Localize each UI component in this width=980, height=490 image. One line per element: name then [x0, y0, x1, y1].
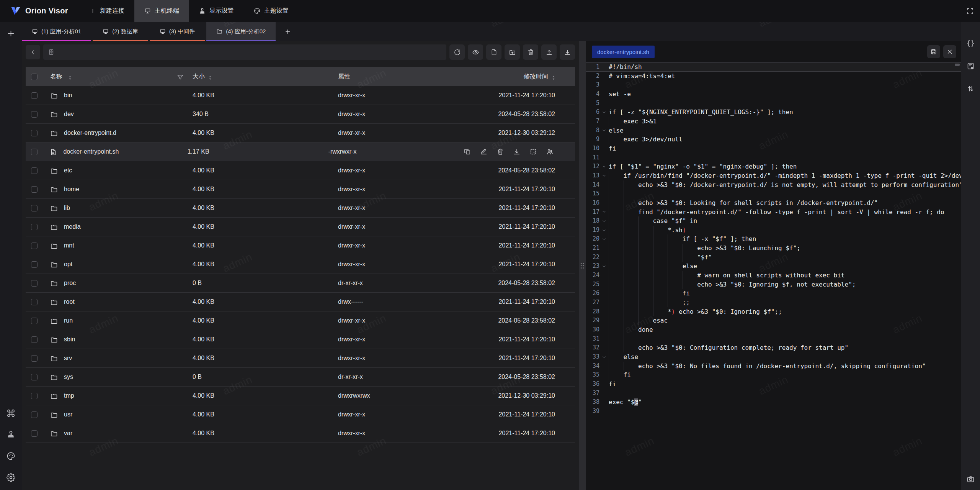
table-row-lib[interactable]: lib4.00 KBdrwxr-xr-x2021-11-24 17:20:10	[26, 199, 575, 218]
row-checkbox[interactable]	[31, 92, 38, 99]
nav-item-0[interactable]: 新建连接	[80, 0, 134, 22]
row-name-cell[interactable]: usr	[50, 411, 193, 418]
row-checkbox[interactable]	[31, 130, 38, 136]
gear-rail-button[interactable]	[5, 471, 18, 484]
row-name-cell[interactable]: tmp	[50, 392, 193, 399]
row-checkbox[interactable]	[31, 299, 38, 305]
fold-gutter[interactable]	[599, 108, 609, 117]
doc-bookmark-rail-button[interactable]	[967, 62, 975, 70]
table-row-sbin[interactable]: sbin4.00 KBdrwxr-xr-x2021-11-24 17:20:10	[26, 330, 575, 349]
row-checkbox[interactable]	[31, 167, 38, 174]
fold-gutter[interactable]	[599, 216, 609, 226]
row-name-cell[interactable]: sbin	[50, 336, 193, 343]
download-button[interactable]	[560, 44, 575, 60]
path-input[interactable]	[59, 49, 442, 56]
row-checkbox[interactable]	[31, 374, 38, 380]
editor-filename-chip[interactable]: docker-entrypoint.sh	[592, 46, 655, 58]
refresh-button[interactable]	[449, 44, 465, 60]
new-tab-button[interactable]	[277, 22, 298, 41]
tab-1[interactable]: (1) 应用-分析01	[22, 22, 91, 41]
row-name-cell[interactable]: dev	[50, 111, 193, 118]
row-checkbox[interactable]	[31, 149, 38, 155]
stamp-rail-button[interactable]	[5, 428, 18, 441]
row-name-cell[interactable]: etc	[50, 167, 193, 174]
row-name-cell[interactable]: proc	[50, 280, 193, 287]
row-checkbox[interactable]	[31, 261, 38, 268]
tab-3[interactable]: (3) 中间件	[150, 22, 205, 41]
fold-gutter[interactable]	[599, 208, 609, 217]
row-name-cell[interactable]: docker-entrypoint.sh	[49, 148, 187, 155]
sort-caret-icon[interactable]	[66, 74, 72, 79]
row-name-cell[interactable]: run	[50, 317, 193, 324]
select-all-checkbox[interactable]	[31, 74, 38, 80]
header-time[interactable]: 修改时间	[478, 73, 575, 81]
fold-gutter[interactable]	[599, 352, 609, 362]
tab-2[interactable]: (2) 数据库	[93, 22, 148, 41]
table-row-usr[interactable]: usr4.00 KBdrwxr-xr-x2021-11-24 17:20:10	[26, 405, 575, 424]
row-checkbox[interactable]	[31, 111, 38, 118]
delete-button[interactable]	[523, 44, 538, 60]
nav-item-2[interactable]: 显示设置	[189, 0, 244, 22]
fold-gutter[interactable]	[599, 262, 609, 271]
table-row-root[interactable]: root4.00 KBdrwx------2021-11-24 17:20:10	[26, 293, 575, 311]
table-row-proc[interactable]: proc0 Bdr-xr-xr-x2024-05-28 23:58:02	[26, 274, 575, 293]
back-button[interactable]	[26, 45, 40, 59]
row-checkbox[interactable]	[31, 336, 38, 343]
table-row-home[interactable]: home4.00 KBdrwxr-xr-x2021-11-24 17:20:10	[26, 180, 575, 199]
row-name-cell[interactable]: docker-entrypoint.d	[50, 129, 193, 136]
header-name[interactable]: 名称	[50, 73, 193, 81]
row-checkbox[interactable]	[31, 186, 38, 193]
table-row-sys[interactable]: sys0 Bdr-xr-xr-x2024-05-28 23:58:02	[26, 368, 575, 387]
fold-gutter[interactable]	[599, 126, 609, 135]
close-editor-button[interactable]	[943, 45, 956, 58]
table-row-docker-entrypoint.d[interactable]: docker-entrypoint.d4.00 KBdrwxr-xr-x2021…	[26, 124, 575, 143]
row-checkbox[interactable]	[31, 411, 38, 418]
code-area[interactable]: 1#!/bin/sh2# vim:sw=4:ts=4:et34set -e56i…	[586, 62, 961, 490]
nav-item-1[interactable]: 主机终端	[134, 0, 189, 22]
row-checkbox[interactable]	[31, 243, 38, 249]
panel-divider[interactable]	[579, 41, 586, 490]
table-row-bin[interactable]: bin4.00 KBdrwxr-xr-x2021-11-24 17:20:10	[26, 86, 575, 105]
nav-item-3[interactable]: 主题设置	[244, 0, 299, 22]
fold-gutter[interactable]	[599, 171, 609, 180]
row-checkbox[interactable]	[31, 318, 38, 324]
filter-funnel-icon[interactable]	[176, 74, 183, 80]
fold-gutter[interactable]	[599, 162, 609, 171]
sort-caret-icon[interactable]	[206, 74, 212, 79]
row-name-cell[interactable]: home	[50, 186, 193, 193]
table-row-opt[interactable]: opt4.00 KBdrwxr-xr-x2021-11-24 17:20:10	[26, 255, 575, 274]
command-rail-button[interactable]	[5, 406, 18, 420]
braces-rail-button[interactable]	[967, 39, 975, 48]
table-row-dev[interactable]: dev340 Bdrwxr-xr-x2024-05-28 23:58:02	[26, 105, 575, 124]
row-checkbox[interactable]	[31, 355, 38, 362]
table-row-tmp[interactable]: tmp4.00 KBdrwxrwxrwx2021-12-30 03:29:10	[26, 387, 575, 405]
fold-gutter[interactable]	[599, 226, 609, 235]
new-folder-button[interactable]	[505, 44, 520, 60]
tab-4[interactable]: (4) 应用-分析02	[206, 22, 276, 41]
row-checkbox[interactable]	[31, 280, 38, 287]
new-tab-rail-button[interactable]	[5, 27, 18, 40]
row-name-cell[interactable]: sys	[50, 374, 193, 380]
row-name-cell[interactable]: media	[50, 223, 193, 230]
row-name-cell[interactable]: root	[50, 298, 193, 305]
row-name-cell[interactable]: mnt	[50, 242, 193, 249]
brand[interactable]: Orion Visor	[0, 0, 80, 22]
table-row-srv[interactable]: srv4.00 KBdrwxr-xr-x2021-11-24 17:20:10	[26, 349, 575, 368]
row-name-cell[interactable]: opt	[50, 261, 193, 268]
header-size[interactable]: 大小	[193, 73, 338, 81]
save-button[interactable]	[927, 45, 940, 58]
row-checkbox[interactable]	[31, 224, 38, 230]
row-checkbox[interactable]	[31, 393, 38, 399]
screenshot-rail-button[interactable]	[967, 475, 975, 483]
table-row-docker-entrypoint.sh[interactable]: docker-entrypoint.sh1.17 KB-rwxrwxr-x	[26, 143, 575, 161]
row-checkbox[interactable]	[31, 430, 38, 437]
table-row-var[interactable]: var4.00 KBdrwxr-xr-x2021-11-24 17:20:10	[26, 424, 575, 443]
table-row-etc[interactable]: etc4.00 KBdrwxr-xr-x2024-05-28 23:58:02	[26, 161, 575, 180]
new-file-button[interactable]	[486, 44, 501, 60]
fold-gutter[interactable]	[599, 234, 609, 244]
preview-button[interactable]	[468, 44, 483, 60]
row-checkbox[interactable]	[31, 205, 38, 211]
table-row-media[interactable]: media4.00 KBdrwxr-xr-x2021-11-24 17:20:1…	[26, 218, 575, 236]
sort-caret-icon[interactable]	[550, 74, 555, 79]
fullscreen-button[interactable]	[960, 0, 980, 22]
